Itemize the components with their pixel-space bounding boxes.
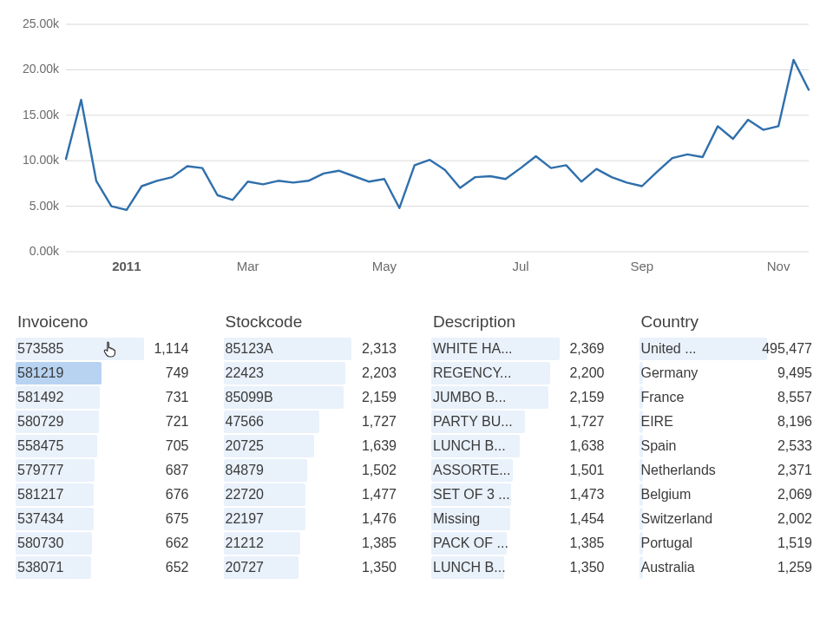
- row-label: Switzerland: [640, 511, 713, 527]
- facet-column: Invoiceno5735851,11458121974958149273158…: [16, 311, 194, 580]
- row-label: 85099B: [224, 390, 273, 405]
- row-value: 1,639: [362, 438, 402, 454]
- row-value: 1,519: [777, 536, 817, 551]
- row-label: 85123A: [224, 341, 273, 357]
- row-value: 1,501: [569, 463, 609, 478]
- facet-row[interactable]: 537434675: [16, 507, 194, 531]
- facet-row[interactable]: 475661,727: [224, 410, 403, 434]
- facet-column: CountryUnited ...495,477Germany9,495Fran…: [640, 311, 818, 580]
- facet-columns: Invoiceno5735851,11458121974958149273158…: [16, 311, 817, 580]
- row-label: ASSORTE...: [431, 463, 511, 478]
- row-value: 2,159: [362, 390, 402, 405]
- column-header: Stockcode: [224, 311, 403, 333]
- facet-row[interactable]: PARTY BU...1,727: [431, 410, 610, 434]
- chart-svg: 0.00k5.00k10.00k15.00k20.00k25.00k2011Ma…: [16, 17, 817, 278]
- facet-row[interactable]: ASSORTE...1,501: [431, 458, 610, 483]
- facet-row[interactable]: 581492731: [16, 385, 194, 410]
- x-tick-label: Jul: [512, 259, 528, 273]
- facet-row[interactable]: 207251,639: [224, 434, 403, 458]
- row-value: 1,473: [569, 487, 609, 503]
- row-value: 1,385: [362, 536, 402, 551]
- facet-row[interactable]: 538071652: [16, 555, 194, 580]
- row-label: 581217: [16, 487, 63, 503]
- row-value: 721: [166, 414, 194, 430]
- facet-row[interactable]: 221971,476: [224, 507, 403, 531]
- facet-row[interactable]: 85123A2,313: [224, 337, 403, 361]
- facet-row[interactable]: 580730662: [16, 531, 194, 555]
- facet-row[interactable]: 848791,502: [224, 458, 403, 483]
- row-value: 705: [166, 438, 194, 454]
- facet-row[interactable]: 581219749: [16, 361, 194, 385]
- facet-row[interactable]: Switzerland2,002: [640, 507, 818, 531]
- facet-column: DescriptionWHITE HA...2,369REGENCY...2,2…: [431, 311, 610, 580]
- row-label: Portugal: [640, 536, 693, 551]
- y-tick-label: 20.00k: [23, 62, 60, 76]
- facet-row[interactable]: JUMBO B...2,159: [431, 385, 610, 410]
- row-label: LUNCH B...: [431, 438, 506, 454]
- row-label: REGENCY...: [431, 365, 511, 381]
- row-label: 579777: [16, 463, 63, 478]
- row-value: 652: [166, 560, 194, 575]
- facet-row[interactable]: EIRE8,196: [640, 410, 818, 434]
- row-label: 20727: [224, 560, 265, 575]
- row-value: 662: [166, 536, 194, 551]
- facet-row[interactable]: Spain2,533: [640, 434, 818, 458]
- row-value: 2,069: [777, 487, 817, 503]
- facet-row[interactable]: 212121,385: [224, 531, 403, 555]
- row-label: 538071: [16, 560, 63, 575]
- column-header: Country: [640, 311, 818, 333]
- row-value: 731: [166, 390, 194, 405]
- facet-row[interactable]: REGENCY...2,200: [431, 361, 610, 385]
- row-label: 22197: [224, 511, 265, 527]
- row-value: 1,350: [362, 560, 402, 575]
- row-value: 1,638: [569, 438, 609, 454]
- row-value: 1,476: [362, 511, 402, 527]
- facet-row[interactable]: United ...495,477: [640, 337, 818, 361]
- row-label: France: [640, 390, 685, 405]
- facet-row[interactable]: SET OF 3 ...1,473: [431, 483, 610, 507]
- facet-row[interactable]: LUNCH B...1,638: [431, 434, 610, 458]
- facet-row[interactable]: 85099B2,159: [224, 385, 403, 410]
- row-value: 2,203: [362, 365, 402, 381]
- y-tick-label: 15.00k: [23, 108, 60, 122]
- facet-row[interactable]: Germany9,495: [640, 361, 818, 385]
- facet-row[interactable]: PACK OF ...1,385: [431, 531, 610, 555]
- facet-row[interactable]: 5735851,114: [16, 337, 194, 361]
- row-value: 1,350: [569, 560, 609, 575]
- facet-row[interactable]: 224232,203: [224, 361, 403, 385]
- row-label: Belgium: [640, 487, 692, 503]
- row-label: LUNCH B...: [431, 560, 506, 575]
- timeseries-chart[interactable]: 0.00k5.00k10.00k15.00k20.00k25.00k2011Ma…: [16, 17, 817, 278]
- facet-row[interactable]: LUNCH B...1,350: [431, 555, 610, 580]
- row-value: 2,369: [569, 341, 609, 357]
- row-value: 1,477: [362, 487, 402, 503]
- facet-row[interactable]: France8,557: [640, 385, 818, 410]
- facet-row[interactable]: Missing1,454: [431, 507, 610, 531]
- row-label: 558475: [16, 438, 63, 454]
- row-label: Missing: [431, 511, 480, 527]
- facet-row[interactable]: WHITE HA...2,369: [431, 337, 610, 361]
- x-tick-label: May: [372, 259, 397, 273]
- row-value: 2,313: [362, 341, 402, 357]
- facet-row[interactable]: 579777687: [16, 458, 194, 483]
- row-label: United ...: [640, 341, 697, 357]
- facet-row[interactable]: 581217676: [16, 483, 194, 507]
- facet-row[interactable]: 558475705: [16, 434, 194, 458]
- row-value: 9,495: [777, 365, 817, 381]
- cursor-pointer-icon: [102, 340, 118, 358]
- facet-column: Stockcode85123A2,313224232,20385099B2,15…: [224, 311, 403, 580]
- row-label: 84879: [224, 463, 265, 478]
- facet-row[interactable]: 227201,477: [224, 483, 403, 507]
- facet-row[interactable]: 207271,350: [224, 555, 403, 580]
- facet-row[interactable]: Portugal1,519: [640, 531, 818, 555]
- row-label: WHITE HA...: [431, 341, 513, 357]
- row-label: 22720: [224, 487, 265, 503]
- facet-row[interactable]: Netherlands2,371: [640, 458, 818, 483]
- row-value: 2,533: [777, 438, 817, 454]
- facet-row[interactable]: Belgium2,069: [640, 483, 818, 507]
- facet-row[interactable]: 580729721: [16, 410, 194, 434]
- x-tick-label: 2011: [112, 259, 141, 273]
- row-label: 573585: [16, 341, 63, 357]
- y-tick-label: 10.00k: [23, 153, 60, 167]
- facet-row[interactable]: Australia1,259: [640, 555, 818, 580]
